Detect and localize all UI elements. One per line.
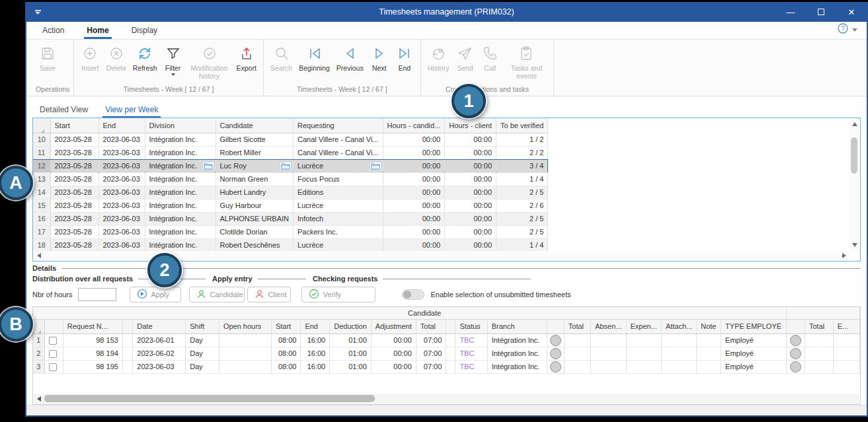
row-number-cell[interactable]: 14 bbox=[33, 186, 50, 199]
grid-cell[interactable]: 2023-06-03 bbox=[99, 199, 145, 212]
row-number-cell[interactable]: 12 bbox=[33, 159, 50, 172]
grid-cell[interactable]: Intégration Inc. bbox=[487, 347, 547, 360]
insert-button[interactable]: Insert bbox=[78, 42, 102, 74]
grid-cell[interactable] bbox=[446, 360, 455, 373]
grid-cell[interactable] bbox=[122, 347, 132, 360]
grid-cell[interactable]: Luc Roy bbox=[216, 159, 294, 172]
scroll-down-icon[interactable] bbox=[852, 243, 857, 247]
detail-horizontal-scrollbar[interactable] bbox=[34, 394, 859, 404]
grid-cell[interactable]: 01:00 bbox=[330, 360, 372, 373]
grid-cell[interactable] bbox=[219, 360, 271, 373]
grid-cell[interactable]: Employé bbox=[721, 360, 787, 373]
grid-cell[interactable]: 1 / 4 bbox=[496, 172, 548, 186]
refresh-button[interactable]: Refresh bbox=[130, 42, 160, 74]
column-header-branch[interactable]: Branch bbox=[487, 319, 547, 334]
row-number-cell[interactable]: 2 bbox=[33, 347, 44, 360]
grid-cell[interactable]: Intégration Inc. bbox=[145, 212, 216, 225]
grid-cell[interactable]: Guy Harbour bbox=[216, 199, 294, 212]
grid-cell[interactable]: 00:00 bbox=[383, 238, 445, 251]
grid-cell[interactable]: Gilbert Sicotte bbox=[216, 133, 294, 146]
grid-cell[interactable]: 00:00 bbox=[371, 334, 416, 347]
grid-cell[interactable]: Infotech bbox=[294, 212, 383, 225]
filter-button[interactable]: Filter bbox=[161, 42, 185, 78]
grid-cell[interactable]: 2023-06-03 bbox=[99, 159, 145, 172]
row-number-cell[interactable]: 13 bbox=[33, 172, 50, 186]
enable-selection-toggle[interactable] bbox=[402, 289, 424, 300]
grid-cell[interactable]: Lucrèce bbox=[294, 159, 383, 172]
grid-cell[interactable]: ALPHONSE URBAIN bbox=[216, 212, 294, 225]
grid-cell[interactable] bbox=[786, 334, 805, 347]
grid-cell[interactable]: 2023-05-28 bbox=[50, 199, 99, 212]
column-header-adjustment[interactable]: Adjustment bbox=[371, 319, 416, 334]
column-header-candidate[interactable]: Candidate bbox=[216, 118, 294, 133]
beginning-button[interactable]: Beginning bbox=[296, 42, 333, 74]
table-row[interactable]: 152023-05-282023-06-03Intégration Inc.Gu… bbox=[33, 199, 548, 212]
table-row[interactable]: 162023-05-282023-06-03Intégration Inc.AL… bbox=[33, 212, 548, 225]
grid-cell[interactable] bbox=[697, 334, 721, 347]
grid-cell[interactable]: 2023-06-03 bbox=[99, 186, 145, 199]
grid-cell[interactable]: 00:00 bbox=[445, 159, 496, 172]
grid-cell[interactable]: 07:00 bbox=[416, 347, 446, 360]
grid-cell[interactable]: 2023-06-03 bbox=[99, 133, 145, 146]
lookup-folder-icon[interactable] bbox=[280, 162, 292, 170]
grid-cell[interactable]: 08:00 bbox=[271, 347, 301, 360]
grid-cell[interactable] bbox=[661, 334, 696, 347]
row-checkbox[interactable] bbox=[49, 337, 57, 345]
grid-cell[interactable]: Intégration Inc. bbox=[145, 225, 216, 238]
column-header-spacer[interactable] bbox=[446, 319, 455, 334]
grid-cell[interactable] bbox=[661, 347, 696, 360]
table-row[interactable]: 142023-05-282023-06-03Intégration Inc.Hu… bbox=[33, 186, 548, 199]
grid-cell[interactable] bbox=[547, 360, 564, 373]
grid-cell[interactable] bbox=[547, 347, 564, 360]
row-number-cell[interactable]: 11 bbox=[33, 146, 50, 159]
grid-cell[interactable]: Norman Green bbox=[216, 172, 294, 186]
grid-cell[interactable] bbox=[786, 360, 805, 373]
grid-cell[interactable]: Intégration Inc. bbox=[145, 159, 216, 172]
grid-cell[interactable]: 2023-05-28 bbox=[50, 159, 99, 172]
column-header-checkbox[interactable] bbox=[44, 319, 63, 334]
delete-button[interactable]: Delete bbox=[103, 42, 128, 74]
grid-cell[interactable]: Employé bbox=[721, 347, 787, 360]
vertical-scrollbar[interactable] bbox=[849, 119, 859, 250]
grid-cell[interactable]: 00:00 bbox=[383, 199, 445, 212]
grid-cell[interactable]: 00:00 bbox=[445, 186, 496, 199]
grid-cell[interactable]: Packers Inc. bbox=[294, 225, 383, 238]
grid-cell[interactable] bbox=[122, 334, 132, 347]
grid-cell[interactable] bbox=[626, 334, 661, 347]
row-number-cell[interactable]: 15 bbox=[33, 199, 50, 212]
grid-cell[interactable]: 2 / 5 bbox=[496, 225, 548, 238]
column-header-date[interactable]: Date bbox=[133, 319, 186, 334]
history-button[interactable]: History bbox=[425, 42, 452, 74]
grid-cell[interactable]: 00:00 bbox=[445, 212, 496, 225]
grid-cell[interactable]: 2023-05-28 bbox=[50, 146, 99, 159]
column-header-absences[interactable]: Absen... bbox=[591, 319, 626, 334]
grid-cell[interactable] bbox=[805, 360, 834, 373]
grid-cell[interactable]: Intégration Inc. bbox=[145, 146, 216, 159]
grid-cell[interactable]: Employé bbox=[721, 334, 787, 347]
previous-button[interactable]: Previous bbox=[334, 42, 366, 74]
column-header-hours-client[interactable]: Hours - client bbox=[445, 118, 496, 133]
grid-cell[interactable] bbox=[591, 334, 626, 347]
grid-cell[interactable]: 2023-05-28 bbox=[50, 225, 99, 238]
grid-cell[interactable]: Day bbox=[186, 347, 219, 360]
grid-cell[interactable] bbox=[833, 347, 859, 360]
grid-cell[interactable]: 98 194 bbox=[63, 347, 122, 360]
nbr-of-hours-input[interactable] bbox=[78, 288, 116, 301]
grid-cell[interactable]: 2023-06-02 bbox=[133, 347, 186, 360]
table-row[interactable]: 132023-05-282023-06-03Intégration Inc.No… bbox=[33, 172, 548, 186]
table-row[interactable]: 112023-05-282023-06-03Intégration Inc.Ro… bbox=[33, 146, 548, 159]
grid-cell[interactable]: 00:00 bbox=[445, 225, 496, 238]
grid-cell[interactable]: Intégration Inc. bbox=[487, 334, 547, 347]
grid-cell[interactable]: 16:00 bbox=[301, 334, 330, 347]
row-number-cell[interactable]: 17 bbox=[33, 225, 50, 238]
table-row[interactable]: 102023-05-282023-06-03Intégration Inc.Gi… bbox=[33, 133, 548, 146]
grid-cell[interactable]: 00:00 bbox=[383, 172, 445, 186]
grid-cell[interactable] bbox=[219, 347, 271, 360]
grid-cell[interactable]: 00:00 bbox=[445, 133, 496, 146]
tasks-and-events-button[interactable]: Tasks and events bbox=[503, 42, 549, 82]
select-all-corner[interactable] bbox=[33, 319, 44, 334]
row-checkbox[interactable] bbox=[49, 363, 57, 371]
grid-cell[interactable]: 2023-05-28 bbox=[50, 186, 99, 199]
grid-cell[interactable] bbox=[805, 334, 834, 347]
table-row[interactable]: 398 1952023-06-03Day08:0016:0001:0000:00… bbox=[33, 360, 860, 373]
